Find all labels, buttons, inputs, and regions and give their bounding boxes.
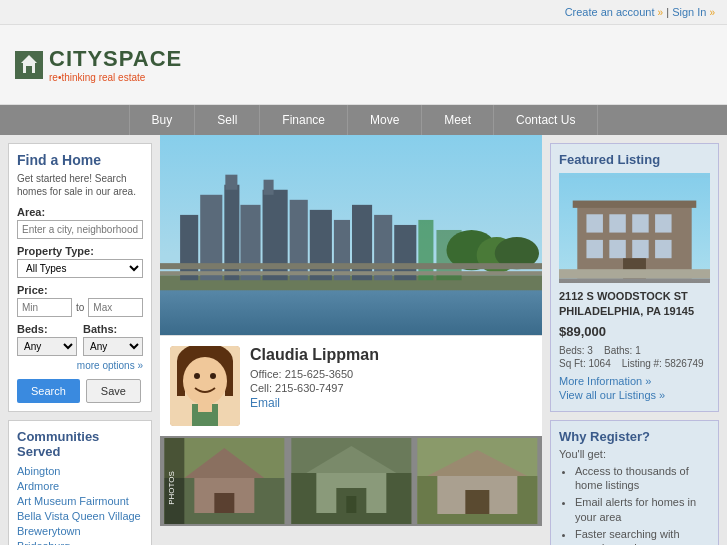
listing-address: 2112 S WOODSTOCK ST PHILADELPHIA, PA 191…	[559, 289, 710, 320]
svg-rect-61	[632, 240, 648, 258]
beds-col: Beds: Any	[17, 323, 77, 356]
thumbnail-2[interactable]	[289, 438, 414, 524]
svg-rect-24	[160, 263, 542, 269]
agent-cell: Cell: 215-630-7497	[250, 382, 379, 394]
community-art-museum[interactable]: Art Museum Fairmount	[17, 495, 143, 507]
thumbnail-3[interactable]	[415, 438, 540, 524]
chevron-icon: »	[658, 7, 664, 18]
why-register: Why Register? You'll get: Access to thou…	[550, 420, 719, 545]
listing-price: $89,000	[559, 324, 710, 339]
svg-rect-57	[632, 214, 648, 232]
create-account-link[interactable]: Create an account	[565, 6, 655, 18]
benefits-list: Access to thousands of home listings Ema…	[575, 464, 710, 545]
beds-baths-row: Beds: Any Baths: Any	[17, 323, 143, 356]
svg-rect-52	[466, 490, 490, 514]
community-brewerytown[interactable]: Brewerytown	[17, 525, 143, 537]
svg-rect-6	[180, 215, 198, 280]
save-button[interactable]: Save	[86, 379, 141, 403]
svg-rect-34	[198, 402, 212, 412]
city-photo	[160, 135, 542, 335]
find-home-title: Find a Home	[17, 152, 143, 168]
communities-title: Communities Served	[17, 429, 143, 459]
top-bar: Create an account » | Sign In »	[0, 0, 727, 25]
why-register-title: Why Register?	[559, 429, 710, 444]
svg-rect-14	[310, 210, 332, 280]
nav-sell[interactable]: Sell	[195, 105, 260, 135]
right-panel: Featured Listing	[542, 135, 727, 545]
view-all-listings-link[interactable]: View all our Listings »	[559, 389, 710, 401]
svg-point-31	[194, 373, 200, 379]
svg-rect-25	[160, 271, 542, 275]
featured-listing: Featured Listing	[550, 143, 719, 412]
area-input[interactable]	[17, 220, 143, 239]
svg-rect-17	[374, 215, 392, 280]
property-type-label: Property Type:	[17, 245, 143, 257]
svg-rect-58	[655, 214, 671, 232]
benefit-2: Email alerts for homes in your area	[575, 495, 710, 524]
svg-text:PHOTOS: PHOTOS	[167, 471, 176, 505]
beds-label: Beds:	[17, 323, 77, 335]
listing-photo	[559, 173, 710, 283]
agent-office: Office: 215-625-3650	[250, 368, 379, 380]
price-row: to	[17, 298, 143, 317]
svg-point-32	[210, 373, 216, 379]
beds-select[interactable]: Any	[17, 337, 77, 356]
price-min-input[interactable]	[17, 298, 72, 317]
svg-rect-47	[346, 496, 356, 513]
community-bridesburg[interactable]: Bridesburg	[17, 540, 143, 545]
svg-rect-2	[26, 66, 32, 73]
featured-listing-title: Featured Listing	[559, 152, 710, 167]
listing-sqft: Sq Ft: 1064 Listing #: 5826749	[559, 358, 710, 369]
price-to-label: to	[76, 302, 84, 313]
logo-icon	[15, 51, 43, 79]
property-type-select[interactable]: All Types	[17, 259, 143, 278]
community-bella-vista[interactable]: Bella Vista Queen Village	[17, 510, 143, 522]
thumbnail-1[interactable]: PHOTOS	[162, 438, 287, 524]
svg-rect-9	[225, 175, 237, 190]
center-panel: Claudia Lippman Office: 215-625-3650 Cel…	[160, 135, 542, 545]
baths-col: Baths: Any	[83, 323, 143, 356]
listing-beds-baths: Beds: 3 Baths: 1	[559, 345, 710, 356]
baths-select[interactable]: Any	[83, 337, 143, 356]
find-home-desc: Get started here! Search homes for sale …	[17, 172, 143, 198]
agent-email-link[interactable]: Email	[250, 396, 280, 410]
more-info-link[interactable]: More Information »	[559, 375, 710, 387]
logo-tagline: re•thinking real estate	[49, 72, 182, 83]
price-label: Price:	[17, 284, 143, 296]
nav-buy[interactable]: Buy	[129, 105, 196, 135]
main-content: Find a Home Get started here! Search hom…	[0, 135, 727, 545]
logo-text: CITYSPACE	[49, 46, 182, 72]
logo: CITYSPACE re•thinking real estate	[15, 46, 182, 83]
agent-avatar	[170, 346, 240, 426]
benefit-1: Access to thousands of home listings	[575, 464, 710, 493]
agent-section: Claudia Lippman Office: 215-625-3650 Cel…	[160, 335, 542, 436]
svg-rect-39	[214, 493, 234, 513]
svg-rect-55	[586, 214, 602, 232]
svg-point-30	[183, 357, 227, 405]
nav-meet[interactable]: Meet	[422, 105, 494, 135]
left-panel: Find a Home Get started here! Search hom…	[0, 135, 160, 545]
property-thumbnails: PHOTOS	[160, 436, 542, 526]
community-ardmore[interactable]: Ardmore	[17, 480, 143, 492]
svg-rect-60	[609, 240, 625, 258]
main-nav: Buy Sell Finance Move Meet Contact Us	[0, 105, 727, 135]
svg-rect-65	[559, 269, 710, 278]
nav-finance[interactable]: Finance	[260, 105, 348, 135]
benefit-3: Faster searching with saved searches	[575, 527, 710, 545]
svg-rect-12	[264, 180, 274, 195]
chevron-icon2: »	[709, 7, 715, 18]
svg-rect-63	[573, 201, 697, 208]
price-max-input[interactable]	[88, 298, 143, 317]
search-button[interactable]: Search	[17, 379, 80, 403]
more-options-link[interactable]: more options »	[17, 360, 143, 371]
sign-in-link[interactable]: Sign In	[672, 6, 706, 18]
nav-move[interactable]: Move	[348, 105, 422, 135]
area-label: Area:	[17, 206, 143, 218]
community-abington[interactable]: Abington	[17, 465, 143, 477]
why-register-subtitle: You'll get:	[559, 448, 710, 460]
nav-contact[interactable]: Contact Us	[494, 105, 598, 135]
svg-rect-4	[160, 285, 542, 335]
agent-info: Claudia Lippman Office: 215-625-3650 Cel…	[250, 346, 379, 410]
svg-rect-59	[586, 240, 602, 258]
agent-name: Claudia Lippman	[250, 346, 379, 364]
